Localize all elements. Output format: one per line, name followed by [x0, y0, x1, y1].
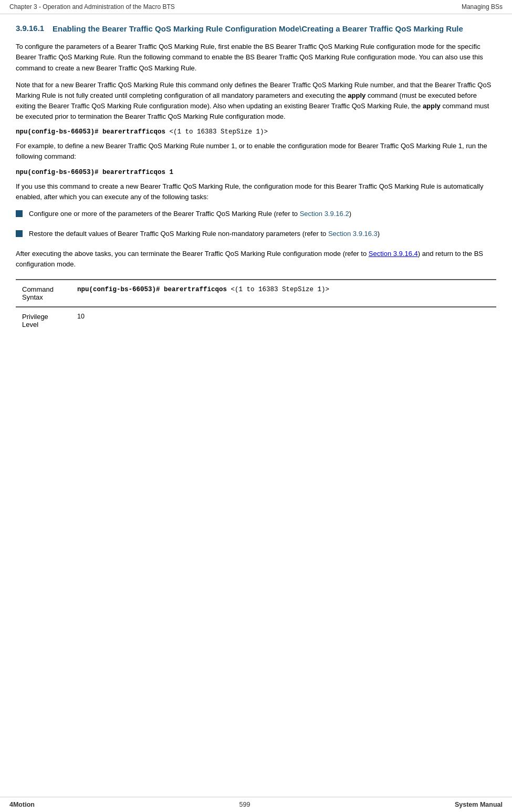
- bullet-icon: [16, 230, 23, 237]
- privilege-level-value: 10: [71, 307, 496, 334]
- command-syntax-row: Command Syntax npu(config-bs-66053)# bea…: [16, 280, 496, 307]
- para2-bold1: apply: [348, 91, 365, 99]
- paragraph-2: Note that for a new Bearer Traffic QoS M…: [16, 80, 496, 122]
- code1-bold-part: npu(config-bs-66053)# bearertrafficqos: [16, 128, 165, 136]
- list-item: Restore the default values of Bearer Tra…: [16, 229, 496, 239]
- bullet-text-1: Configure one or more of the parameters …: [29, 209, 351, 219]
- bullet2-text-after: ): [378, 230, 380, 238]
- code-block-2: npu(config-bs-66053)# bearertrafficqos 1: [16, 169, 496, 176]
- header-right-text: Managing BSs: [462, 3, 503, 11]
- privilege-level-label: Privilege Level: [16, 307, 71, 334]
- bullet2-link[interactable]: Section 3.9.16.3: [328, 230, 378, 238]
- main-content: 3.9.16.1 Enabling the Bearer Traffic QoS…: [0, 14, 512, 797]
- command-syntax-label: Command Syntax: [16, 280, 71, 307]
- footer-left: 4Motion: [9, 801, 35, 808]
- section-title: Enabling the Bearer Traffic QoS Marking …: [53, 24, 463, 34]
- bullet1-text-after: ): [349, 210, 351, 218]
- privilege-level-row: Privilege Level 10: [16, 307, 496, 334]
- footer-right: System Manual: [455, 801, 503, 808]
- page-footer: 4Motion 599 System Manual: [0, 797, 512, 812]
- bullet-text-2: Restore the default values of Bearer Tra…: [29, 229, 380, 239]
- footer-center-page-number: 599: [239, 801, 250, 808]
- para5-link[interactable]: Section 3.9.16.4: [369, 250, 418, 258]
- para5-before: After executing the above tasks, you can…: [16, 250, 369, 258]
- paragraph-3: For example, to define a new Bearer Traf…: [16, 141, 496, 162]
- bullet-list: Configure one or more of the parameters …: [16, 209, 496, 239]
- bullet1-link[interactable]: Section 3.9.16.2: [300, 210, 349, 218]
- page-wrapper: Chapter 3 - Operation and Administration…: [0, 0, 512, 812]
- section-heading: 3.9.16.1 Enabling the Bearer Traffic QoS…: [16, 24, 496, 34]
- page-header: Chapter 3 - Operation and Administration…: [0, 0, 512, 14]
- code-block-1: npu(config-bs-66053)# bearertrafficqos <…: [16, 128, 496, 136]
- command-syntax-value: npu(config-bs-66053)# bearertrafficqos <…: [71, 280, 496, 307]
- paragraph-1: To configure the parameters of a Bearer …: [16, 42, 496, 73]
- bullet2-text: Restore the default values of Bearer Tra…: [29, 230, 328, 238]
- command-syntax-code-bold: npu(config-bs-66053)# bearertrafficqos: [77, 286, 227, 293]
- command-syntax-code-normal: <(1 to 16383 StepSize 1)>: [227, 286, 329, 293]
- bullet-icon: [16, 210, 23, 217]
- header-left-text: Chapter 3 - Operation and Administration…: [9, 3, 175, 11]
- paragraph-5: After executing the above tasks, you can…: [16, 249, 496, 270]
- code1-normal-part: <(1 to 16383 StepSize 1)>: [165, 128, 268, 136]
- paragraph-4: If you use this command to create a new …: [16, 181, 496, 202]
- bullet1-text: Configure one or more of the parameters …: [29, 210, 300, 218]
- list-item: Configure one or more of the parameters …: [16, 209, 496, 219]
- info-table: Command Syntax npu(config-bs-66053)# bea…: [16, 279, 496, 334]
- para2-bold2: apply: [423, 102, 441, 110]
- section-number: 3.9.16.1: [16, 24, 53, 33]
